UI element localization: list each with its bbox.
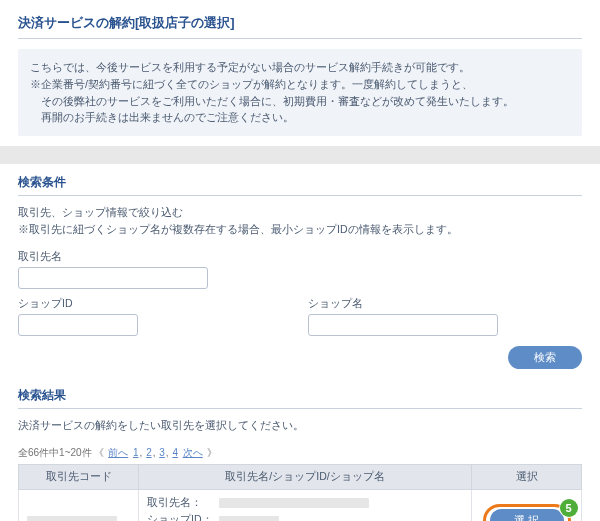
search-desc-line: ※取引先に紐づくショップ名が複数存在する場合、最小ショップIDの情報を表示します… <box>18 221 582 238</box>
row-partner-key: 取引先名： <box>147 494 219 512</box>
shop-name-input[interactable] <box>308 314 498 336</box>
col-header-code: 取引先コード <box>19 464 139 489</box>
pager-prev[interactable]: 前へ <box>108 447 128 458</box>
masked-value <box>27 516 117 521</box>
row-shopid-key: ショップID： <box>147 511 219 521</box>
masked-value <box>219 516 279 521</box>
col-header-info: 取引先名/ショップID/ショップ名 <box>139 464 472 489</box>
partner-name-field: 取引先名 <box>18 250 208 289</box>
pager-page[interactable]: 4 <box>172 447 178 458</box>
info-line: 再開のお手続きは出来ませんのでご注意ください。 <box>30 109 570 126</box>
masked-value <box>219 498 369 508</box>
pager-next[interactable]: 次へ <box>183 447 203 458</box>
pager-total: 全66件中1~20件 <box>18 447 92 458</box>
pager: 全66件中1~20件 《 前へ 1, 2, 3, 4 次へ 》 <box>18 446 582 460</box>
results-desc: 決済サービスの解約をしたい取引先を選択してください。 <box>18 417 582 434</box>
search-section-title: 検索条件 <box>18 174 582 196</box>
results-table: 取引先コード 取引先名/ショップID/ショップ名 選択 取引先名： ショップID… <box>18 464 582 521</box>
shop-id-label: ショップID <box>18 297 138 311</box>
search-button[interactable]: 検索 <box>508 346 582 369</box>
shop-name-label: ショップ名 <box>308 297 498 311</box>
info-line: ※企業番号/契約番号に紐づく全てのショップが解約となります。一度解約してしまうと… <box>30 76 570 93</box>
col-header-select: 選択 <box>472 464 582 489</box>
results-section-title: 検索結果 <box>18 387 582 409</box>
info-line: こちらでは、今後サービスを利用する予定がない場合のサービス解約手続きが可能です。 <box>30 59 570 76</box>
partner-name-label: 取引先名 <box>18 250 208 264</box>
divider-band <box>0 146 600 164</box>
shop-id-field: ショップID <box>18 297 138 336</box>
shop-name-field: ショップ名 <box>308 297 498 336</box>
info-line: その後弊社のサービスをご利用いただく場合に、初期費用・審査などが改めて発生いたし… <box>30 93 570 110</box>
partner-name-input[interactable] <box>18 267 208 289</box>
pager-page[interactable]: 1 <box>133 447 139 458</box>
highlight-ring: 選 択 5 <box>483 504 571 521</box>
page-title: 決済サービスの解約[取扱店子の選択] <box>18 14 582 39</box>
pager-page[interactable]: 2 <box>146 447 152 458</box>
pager-page[interactable]: 3 <box>159 447 165 458</box>
search-desc: 取引先、ショップ情報で絞り込む ※取引先に紐づくショップ名が複数存在する場合、最… <box>18 204 582 238</box>
search-desc-line: 取引先、ショップ情報で絞り込む <box>18 204 582 221</box>
shop-id-input[interactable] <box>18 314 138 336</box>
step-badge: 5 <box>560 499 578 517</box>
select-button[interactable]: 選 択 <box>490 509 564 521</box>
info-box: こちらでは、今後サービスを利用する予定がない場合のサービス解約手続きが可能です。… <box>18 49 582 136</box>
table-row: 取引先名： ショップID： ショップ名： 選 択 5 <box>19 489 582 521</box>
